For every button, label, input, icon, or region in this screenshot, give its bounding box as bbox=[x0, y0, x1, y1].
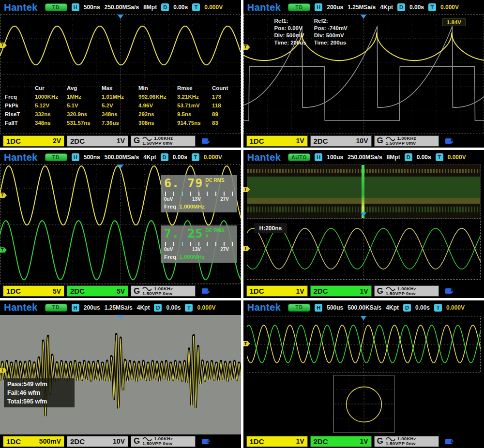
usb-icon: B bbox=[202, 138, 210, 144]
scope-panel-passfail: Hantek TD H 200us 1.25MSa/s 4Kpt D 0.00s… bbox=[0, 300, 241, 448]
trigger-mode-badge[interactable]: TD bbox=[288, 3, 310, 11]
trigger-mode-badge[interactable]: AUTO bbox=[288, 153, 310, 161]
status-bar: Hantek TD H 200us 1.25MSa/s 4Kpt D 0.00s… bbox=[243, 0, 484, 15]
trigger-mode-badge[interactable]: TD bbox=[288, 304, 310, 312]
channel1-label: 1DC bbox=[6, 437, 21, 446]
measure-cell: 4.96V bbox=[138, 103, 177, 109]
channel1-scale: 500mV bbox=[39, 437, 61, 445]
channel1-box[interactable]: 1DC1V bbox=[246, 135, 308, 147]
generator-amplitude: 1.50VPP 0mv bbox=[142, 291, 172, 296]
measure-cell: 83 bbox=[212, 120, 234, 126]
delay-value: 0.00s bbox=[166, 304, 181, 311]
time-domain-area bbox=[247, 316, 481, 373]
delay-icon[interactable]: D bbox=[403, 304, 411, 312]
channel2-box[interactable]: 2DC10V bbox=[310, 135, 372, 147]
ruler-tick bbox=[173, 192, 174, 196]
delay-icon[interactable]: D bbox=[154, 304, 162, 312]
trigger-icon[interactable]: T bbox=[436, 153, 443, 161]
ruler-tick bbox=[165, 242, 166, 246]
channel2-scale: 1V bbox=[360, 287, 368, 295]
horizontal-position-marker[interactable] bbox=[361, 15, 366, 19]
measure-cell: 992.06KHz bbox=[138, 94, 177, 100]
dmm-freq-row: Freq 1.000MHz bbox=[164, 254, 234, 260]
horizontal-position-marker[interactable] bbox=[118, 15, 123, 19]
delay-value: 0.00s bbox=[417, 154, 431, 161]
usb-icon: B bbox=[445, 138, 453, 144]
hantek-logo: Hantek bbox=[4, 152, 38, 163]
scope-panel-refs: Hantek TD H 200us 1.25MSa/s 4Kpt D 0.00s… bbox=[243, 0, 484, 148]
horizontal-icon[interactable]: H bbox=[315, 153, 322, 161]
channel2-box[interactable]: 2DC1V bbox=[67, 135, 128, 147]
generator-box[interactable]: G 1.00KHz 1.50VPP 0mv bbox=[374, 285, 439, 297]
channel2-box[interactable]: 2DC1V bbox=[310, 285, 372, 297]
timebase-value: 200us bbox=[84, 304, 100, 311]
xy-canvas bbox=[334, 375, 394, 433]
measure-cell: 320.9ns bbox=[67, 111, 102, 118]
voltage-badge: 1.84V bbox=[442, 18, 466, 26]
generator-amplitude: 1.50VPP 0mv bbox=[142, 141, 172, 146]
generator-box[interactable]: G 1.00KHz 1.50VPP 0mv bbox=[131, 285, 196, 297]
measure-cell: 53.71mV bbox=[177, 103, 212, 109]
trigger-icon[interactable]: T bbox=[434, 304, 442, 312]
channel1-box[interactable]: 1DC5V bbox=[3, 285, 64, 297]
horizontal-icon[interactable]: H bbox=[315, 3, 322, 11]
channel1-box[interactable]: 1DC1V bbox=[246, 285, 308, 297]
scope-panel-dmm: Hantek TD H 500ns 500.00MSa/s 4Kpt D 0.0… bbox=[0, 150, 241, 298]
delay-icon[interactable]: D bbox=[161, 3, 169, 11]
delay-value: 0.00s bbox=[173, 154, 187, 161]
trigger-mode-badge[interactable]: TD bbox=[45, 304, 67, 312]
horizontal-position-marker[interactable] bbox=[361, 316, 366, 320]
fail-count: Fail:46 wfm bbox=[7, 388, 71, 397]
status-bar: Hantek TD H 500ns 500.00MSa/s 4Kpt D 0.0… bbox=[0, 150, 241, 164]
generator-box[interactable]: G 1.00KHz 1.50VPP 0mv bbox=[131, 436, 196, 447]
channel1-box[interactable]: 1DC2V bbox=[3, 135, 64, 147]
channel2-box[interactable]: 2DC10V bbox=[67, 436, 128, 447]
ruler-tick bbox=[173, 242, 174, 246]
horizontal-icon[interactable]: H bbox=[315, 304, 322, 312]
delay-icon[interactable]: D bbox=[405, 153, 412, 161]
measure-cell: 292ns bbox=[138, 111, 177, 118]
generator-label: G bbox=[377, 436, 383, 446]
trigger-mode-badge[interactable]: TD bbox=[45, 153, 67, 161]
measure-cell: 1.01MHz bbox=[102, 94, 138, 100]
generator-box[interactable]: G 1.00KHz 1.50VPP 0mv bbox=[374, 436, 439, 447]
delay-icon[interactable]: D bbox=[161, 153, 168, 161]
measure-cell: FallT bbox=[5, 120, 35, 126]
delay-icon[interactable]: D bbox=[397, 3, 405, 11]
trigger-icon[interactable]: T bbox=[428, 3, 436, 11]
channel1-label: 1DC bbox=[250, 437, 264, 446]
waveform-display: T T 6. 79 DC RMS V 0uV13V27V Freq 1.000M… bbox=[0, 164, 241, 284]
horizontal-position-marker[interactable] bbox=[361, 212, 366, 217]
horizontal-position-marker[interactable] bbox=[118, 315, 123, 319]
trigger-icon[interactable]: T bbox=[192, 153, 199, 161]
reference-info: Ref1:Pos: 0.00VDiv: 500mVTime: 200us Ref… bbox=[274, 17, 348, 46]
horizontal-icon[interactable]: H bbox=[72, 153, 79, 161]
horizontal-position-marker[interactable] bbox=[118, 164, 123, 169]
channel1-box[interactable]: 1DC1V bbox=[246, 436, 308, 447]
generator-box[interactable]: G 1.00KHz 1.50VPP 0mv bbox=[131, 135, 196, 147]
horizontal-icon[interactable]: H bbox=[72, 304, 79, 312]
usb-icon: B bbox=[445, 288, 453, 294]
horizontal-icon[interactable]: H bbox=[72, 3, 79, 11]
overview-band bbox=[247, 164, 481, 219]
sample-rate: 500.00KSa/s bbox=[348, 304, 381, 311]
generator-label: G bbox=[134, 136, 140, 146]
channel2-box[interactable]: 2DC1V bbox=[310, 436, 372, 447]
trigger-icon[interactable]: T bbox=[192, 3, 200, 11]
trigger-icon[interactable]: T bbox=[185, 304, 193, 312]
sample-rate: 1.25MSa/s bbox=[105, 304, 133, 311]
hantek-logo: Hantek bbox=[247, 302, 281, 313]
zoom-region-highlight[interactable] bbox=[362, 165, 364, 218]
ruler-tick bbox=[215, 242, 216, 246]
channel1-label: 1DC bbox=[250, 137, 264, 145]
channel1-box[interactable]: 1DC500mV bbox=[3, 436, 64, 447]
waveform-display: T Ref1:Pos: 0.00VDiv: 500mVTime: 200us R… bbox=[243, 15, 484, 134]
sine-icon bbox=[142, 286, 152, 291]
total-count: Total:595 wfm bbox=[7, 397, 71, 406]
trigger-mode-badge[interactable]: TD bbox=[45, 3, 67, 11]
channel2-scale: 10V bbox=[113, 437, 125, 445]
delay-value: 0.00s bbox=[415, 304, 430, 311]
usb-letter: B bbox=[208, 138, 211, 143]
generator-box[interactable]: G 1.00KHz 1.50VPP 0mv bbox=[374, 135, 439, 147]
channel2-box[interactable]: 2DC5V bbox=[67, 285, 128, 297]
